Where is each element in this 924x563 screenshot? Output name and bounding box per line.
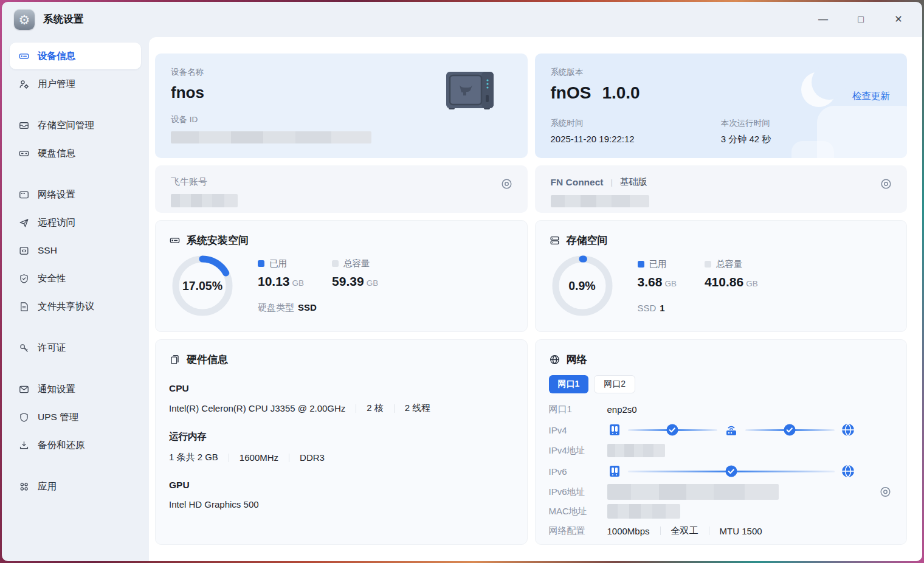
check-update-link[interactable]: 检查更新	[852, 90, 890, 103]
sidebar-item-label: 安全性	[38, 272, 66, 285]
sidebar-item-notification-settings[interactable]: 通知设置	[10, 376, 141, 402]
card-title: 硬件信息	[187, 353, 228, 367]
ipv6-connectivity-diagram	[607, 464, 855, 478]
reveal-connect-eye-icon[interactable]	[880, 178, 892, 190]
sidebar-item-label: 远程访问	[38, 216, 75, 229]
sidebar-item-remote-access[interactable]: 远程访问	[10, 209, 141, 236]
shield-icon	[18, 412, 30, 423]
paper-plane-icon	[18, 217, 30, 229]
divider: |	[610, 178, 612, 187]
storage-percent: 0.9%	[551, 255, 613, 317]
system-version-card: 系统版本 fnOS 1.0.0 检查更新 系统时间 2025-11-20 19:…	[535, 54, 908, 158]
sidebar-group-gap	[10, 168, 141, 181]
cpu-label: CPU	[169, 383, 514, 394]
nas-icon	[607, 423, 622, 437]
minimize-button[interactable]: —	[818, 15, 829, 24]
sidebar-item-security[interactable]: 安全性	[10, 265, 141, 292]
reveal-account-eye-icon[interactable]	[500, 178, 513, 190]
drive-icon	[18, 50, 30, 62]
sidebar-item-storage-management[interactable]: 存储空间管理	[10, 112, 141, 139]
ram-label: 运行内存	[169, 430, 514, 443]
document-icon	[18, 301, 30, 313]
sidebar-item-label: 用户管理	[38, 78, 75, 91]
used-legend-swatch	[258, 260, 264, 267]
os-name: fnOS	[551, 83, 591, 103]
total-legend-swatch	[705, 261, 711, 268]
device-id-redacted-value	[171, 131, 371, 143]
storage-box-icon	[18, 120, 30, 131]
ipv6-status-row: IPv6	[549, 460, 894, 482]
check-icon	[725, 465, 737, 478]
sidebar-item-ssh[interactable]: SSH	[10, 237, 141, 264]
sidebar-group-gap	[10, 98, 141, 112]
drive-icon	[169, 235, 181, 246]
ipv4-status-row: IPv4	[549, 419, 894, 441]
settings-gear-app-icon: ⚙	[14, 9, 35, 30]
sidebar-item-label: 文件共享协议	[38, 300, 94, 313]
fn-connect-tier: 基础版	[620, 176, 647, 188]
system-time-label: 系统时间	[551, 118, 721, 129]
install-space-percent: 17.05%	[171, 255, 233, 317]
sidebar-item-apps[interactable]: 应用	[10, 473, 141, 500]
mac-address-row: MAC地址	[549, 502, 894, 521]
total-legend-swatch	[332, 260, 339, 267]
used-legend-swatch	[638, 261, 644, 268]
sidebar-item-disk-info[interactable]: 硬盘信息	[10, 140, 141, 167]
fn-account-label: 飞牛账号	[171, 176, 512, 188]
sidebar-item-license[interactable]: 许可证	[10, 334, 141, 361]
server-stack-icon	[549, 235, 560, 246]
tab-port-1[interactable]: 网口1	[549, 375, 589, 393]
sidebar-item-network-settings[interactable]: 网络设置	[10, 181, 141, 208]
sidebar-item-file-sharing[interactable]: 文件共享协议	[10, 293, 141, 320]
storage-space-card: 存储空间 0.9% 已用 3.68GB	[535, 220, 908, 332]
network-panel-icon	[18, 189, 30, 201]
fn-account-card: 飞牛账号	[155, 165, 528, 213]
sidebar-item-label: 硬盘信息	[38, 147, 75, 160]
ram-value: 1 条共 2 GB 1600MHz DDR3	[169, 452, 514, 463]
sidebar-item-backup-restore[interactable]: 备份和还原	[10, 432, 141, 458]
device-card: 设备名称 fnos 设备 ID	[155, 54, 528, 158]
reveal-ipv6-eye-icon[interactable]	[879, 486, 892, 499]
card-title: 存储空间	[567, 233, 608, 247]
ipv4-address-row: IPv4地址	[549, 441, 894, 460]
mail-icon	[18, 384, 30, 395]
sidebar-group-gap	[10, 321, 141, 334]
maximize-button[interactable]: □	[855, 15, 866, 24]
port-name-row: 网口1 enp2s0	[549, 399, 894, 419]
sidebar-item-device-info[interactable]: 设备信息	[10, 43, 141, 69]
globe-icon	[549, 354, 560, 365]
sidebar-item-label: 应用	[38, 480, 57, 493]
nas-icon	[607, 464, 622, 478]
network-config-row: 网络配置 1000Mbps 全双工 MTU 1500	[549, 521, 894, 541]
system-settings-window: ⚙ 系统设置 — □ ✕ 设备信息 用户管理 存储空间管理	[2, 2, 922, 561]
ipv6-address-row: IPv6地址	[549, 482, 894, 502]
sidebar: 设备信息 用户管理 存储空间管理 硬盘信息 网络设置 远程访问	[2, 37, 149, 561]
fn-connect-redacted-value	[551, 195, 649, 207]
gpu-value: Intel HD Graphics 500	[169, 499, 514, 509]
storage-donut: 0.9%	[551, 255, 613, 317]
legend-total: 总容量 59.39GB	[332, 258, 378, 289]
code-terminal-icon	[18, 245, 30, 257]
sidebar-item-ups-management[interactable]: UPS 管理	[10, 404, 141, 430]
uptime-value: 3 分钟 42 秒	[721, 134, 891, 145]
sidebar-item-label: 通知设置	[38, 383, 75, 396]
close-button[interactable]: ✕	[893, 15, 904, 24]
window-controls: — □ ✕	[818, 15, 904, 24]
tab-port-2[interactable]: 网口2	[594, 375, 635, 393]
user-gear-icon	[18, 78, 30, 90]
disk-type-line: 硬盘类型SSD	[258, 302, 378, 314]
os-version: 1.0.0	[602, 83, 640, 103]
fn-connect-label: FN Connect	[551, 177, 604, 188]
download-tray-icon	[18, 440, 30, 451]
cpu-value: Intel(R) Celeron(R) CPU J3355 @ 2.00GHz …	[169, 402, 514, 414]
main-panel: 设备名称 fnos 设备 ID	[149, 37, 922, 561]
sidebar-item-label: 网络设置	[38, 188, 75, 201]
hardware-info-card: 硬件信息 CPU Intel(R) Celeron(R) CPU J3355 @…	[155, 339, 528, 545]
ipv4-connectivity-diagram	[607, 422, 855, 438]
check-icon	[666, 424, 679, 437]
sidebar-item-user-management[interactable]: 用户管理	[10, 71, 141, 97]
sidebar-group-gap	[10, 460, 141, 473]
internet-globe-icon	[841, 464, 855, 478]
mac-redacted-value	[607, 504, 680, 519]
sidebar-item-label: UPS 管理	[38, 411, 78, 424]
